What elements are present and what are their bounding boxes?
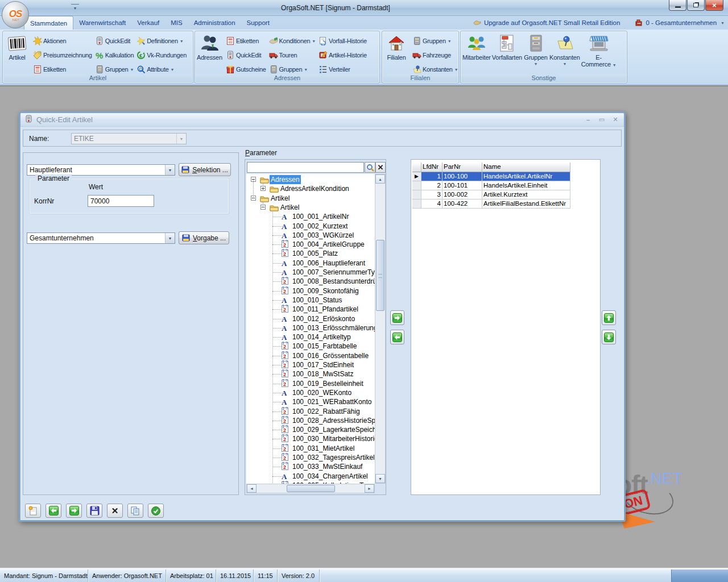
- ribbon-button-gruppen[interactable]: Gruppen▼: [269, 64, 316, 74]
- dialog-minimize-button[interactable]: –: [584, 117, 592, 123]
- table-row[interactable]: 2100-101HandelsArtikel.Einheit: [412, 181, 570, 190]
- tree-item-label[interactable]: 100_032_TagespreisArtikel: [291, 453, 375, 462]
- table-cell[interactable]: 100-101: [442, 181, 482, 190]
- upgrade-link[interactable]: Upgrade auf Orgasoft.NET Small Retail Ed…: [473, 19, 620, 27]
- row-selector[interactable]: [412, 190, 421, 199]
- ribbon-button-preisumzeichnung[interactable]: Preisumzeichnung: [33, 50, 92, 60]
- tree-item[interactable]: A100_001_ArtikelNr: [246, 212, 375, 221]
- ribbon-button-etiketten[interactable]: Etiketten: [226, 36, 266, 46]
- tree-item-label[interactable]: 100_011_Pfandartikel: [291, 305, 359, 314]
- ribbon-button-touren[interactable]: Touren: [269, 50, 316, 60]
- ribbon-button-gruppen[interactable]: Gruppen▼: [412, 36, 458, 46]
- table-cell[interactable]: 100-100: [442, 172, 482, 181]
- tree-item-label[interactable]: 100_012_Erlöskonto: [291, 314, 356, 323]
- ribbon-button-vorfall-historie[interactable]: Vorfall-Historie: [318, 36, 367, 46]
- company-selector[interactable]: 0 - Gesamtunternehmen ▼: [635, 19, 725, 27]
- tree-item-label[interactable]: 100_005_Platz: [291, 249, 339, 258]
- tree-item-label[interactable]: 100_015_Farbtabelle: [291, 342, 358, 351]
- delete-button[interactable]: ✕: [107, 504, 123, 518]
- tree-item[interactable]: 1?2100_033_MwStEinkauf: [246, 462, 375, 471]
- close-button[interactable]: ✕: [705, 0, 723, 11]
- tree-item[interactable]: AdressArtikelKondition: [246, 184, 375, 193]
- tree-item[interactable]: A100_020_WEKonto: [246, 388, 375, 397]
- ribbon-button-konstanten[interactable]: Konstanten▼: [549, 32, 581, 66]
- search-button[interactable]: [365, 162, 375, 173]
- tree-item-label[interactable]: Adressen: [270, 175, 301, 184]
- tree-item[interactable]: 1?2100_015_Farbtabelle: [246, 342, 375, 351]
- tree-item-label[interactable]: 100_031_MietArtikel: [291, 444, 355, 453]
- tree-item-label[interactable]: 100_020_WEKonto: [291, 388, 353, 397]
- row-selector[interactable]: ▶: [412, 172, 421, 181]
- dialog-close-button[interactable]: ✕: [611, 116, 619, 123]
- tree-item[interactable]: 1?2100_022_RabattFähig: [246, 407, 375, 416]
- previous-button[interactable]: [46, 504, 61, 518]
- ribbon-button-artikel-historie[interactable]: Artikel-Historie: [318, 50, 367, 60]
- dialog-titlebar[interactable]: Quick-Edit Artikel – ▭ ✕: [20, 113, 624, 127]
- selektion-button[interactable]: Selektion ...: [179, 163, 231, 176]
- tree-item-label[interactable]: AdressArtikelKondition: [279, 184, 350, 193]
- tree-item[interactable]: 1?2100_008_Bestandsunterdrückung: [246, 277, 375, 286]
- name-combobox[interactable]: ETIKE ▼: [71, 133, 187, 144]
- tree-item-label[interactable]: 100_034_ChargenArtikel: [291, 472, 369, 481]
- ribbon-button-konditionen[interactable]: Konditionen▼: [269, 36, 316, 46]
- table-cell[interactable]: HandelsArtikel.Einheit: [482, 181, 570, 190]
- ribbon-button-mitarbeiter[interactable]: Mitarbeiter: [462, 32, 491, 61]
- table-row[interactable]: ▶1100-100HandelsArtikel.ArtikelNr: [412, 172, 570, 181]
- tree-item-label[interactable]: 100_002_Kurztext: [291, 222, 349, 231]
- ribbon-button-definitionen[interactable]: Definitionen▼: [136, 36, 187, 46]
- tree-item-label[interactable]: 100_013_Erlösschmälerungen: [291, 323, 375, 332]
- tree-search-input[interactable]: [247, 162, 364, 173]
- move-up-button[interactable]: [602, 310, 616, 325]
- tree-item[interactable]: 1?2100_017_StdEinheit: [246, 360, 375, 369]
- ribbon-button-vorfallarten[interactable]: Vorfallarten: [491, 32, 523, 61]
- tree-item[interactable]: 1?2100_004_ArtikelGruppe: [246, 240, 375, 249]
- ribbon-button-vk-rundungen[interactable]: €Vk-Rundungen: [136, 50, 187, 60]
- tree-item[interactable]: 1?2100_018_MwStSatz: [246, 369, 375, 379]
- parameter-tree[interactable]: AdressenAdressArtikelKonditionArtikelArt…: [246, 174, 375, 484]
- minimize-button[interactable]: [669, 0, 686, 11]
- ribbon-button-fahrzeuge[interactable]: Fahrzeuge: [412, 50, 458, 60]
- tree-item-label[interactable]: Artikel: [270, 194, 291, 203]
- tree-item-label[interactable]: 100_007_SeriennummerTyp: [291, 268, 375, 277]
- tree-item-label[interactable]: 100_033_MwStEinkauf: [291, 462, 363, 471]
- table-cell[interactable]: HandelsArtikel.ArtikelNr: [482, 172, 570, 181]
- table-cell[interactable]: 100-422: [442, 199, 482, 209]
- tree-item[interactable]: A100_013_Erlösschmälerungen: [246, 323, 375, 332]
- tree-item-label[interactable]: 100_022_RabattFähig: [291, 407, 361, 416]
- ribbon-button-attribute[interactable]: QAttribute▼: [136, 64, 187, 74]
- tab-stammdaten[interactable]: Stammdaten: [24, 16, 73, 30]
- tree-item[interactable]: 1?2100_028_AdressHistorieSpeichern: [246, 416, 375, 425]
- tree-item[interactable]: A100_034_ChargenArtikel: [246, 472, 375, 481]
- hauptlieferant-combobox[interactable]: Hauptlieferant▼: [27, 164, 175, 176]
- tree-item[interactable]: A100_002_Kurztext: [246, 222, 375, 231]
- ribbon-button-quickedit[interactable]: QuickEdit: [95, 36, 134, 46]
- tree-item-label[interactable]: 100_016_Grössentabelle: [291, 351, 370, 360]
- ribbon-button-artikel[interactable]: Artikel: [4, 32, 30, 61]
- tree-item[interactable]: A100_012_Erlöskonto: [246, 314, 375, 323]
- ribbon-button-e-commerce[interactable]: E-Commerce ▼: [581, 32, 617, 69]
- tree-item-label[interactable]: 100_029_LagerkarteSpeichern: [291, 425, 375, 434]
- application-menu-button[interactable]: OS.NET: [2, 1, 29, 28]
- ribbon-button-quickedit[interactable]: QuickEdit: [226, 50, 266, 60]
- tree-item[interactable]: Artikel: [246, 194, 375, 203]
- tree-item[interactable]: A100_021_WERabattKonto: [246, 397, 375, 406]
- tree-item[interactable]: 1?2100_016_Grössentabelle: [246, 351, 375, 360]
- ribbon-button-gruppen[interactable]: Gruppen▼: [523, 32, 549, 66]
- tree-item-label[interactable]: 100_019_Bestelleinheit: [291, 379, 365, 388]
- tree-vertical-scrollbar[interactable]: ▲ ▼: [375, 174, 386, 484]
- ribbon-button-aktionen[interactable]: Aktionen: [33, 36, 92, 46]
- table-cell[interactable]: 100-002: [442, 190, 482, 199]
- gesamtunternehmen-combobox[interactable]: Gesamtunternehmen▼: [27, 232, 175, 244]
- tree-item-label[interactable]: 100_021_WERabattKonto: [291, 397, 373, 406]
- add-parameter-button[interactable]: [390, 310, 404, 325]
- table-cell[interactable]: ArtikelFilialBestand.EtikettNr: [482, 199, 570, 209]
- tree-item[interactable]: A100_007_SeriennummerTyp: [246, 268, 375, 277]
- tree-item-label[interactable]: Artikel: [279, 203, 300, 212]
- row-selector[interactable]: [412, 181, 421, 190]
- table-cell[interactable]: 4: [421, 199, 442, 209]
- row-selector[interactable]: [412, 199, 421, 209]
- tree-item-label[interactable]: 100_001_ArtikelNr: [291, 212, 350, 221]
- vorgabe-button[interactable]: Vorgabe ...: [179, 231, 229, 244]
- tree-item-label[interactable]: 100_018_MwStSatz: [291, 369, 354, 379]
- tree-item-label[interactable]: 100_004_ArtikelGruppe: [291, 240, 366, 249]
